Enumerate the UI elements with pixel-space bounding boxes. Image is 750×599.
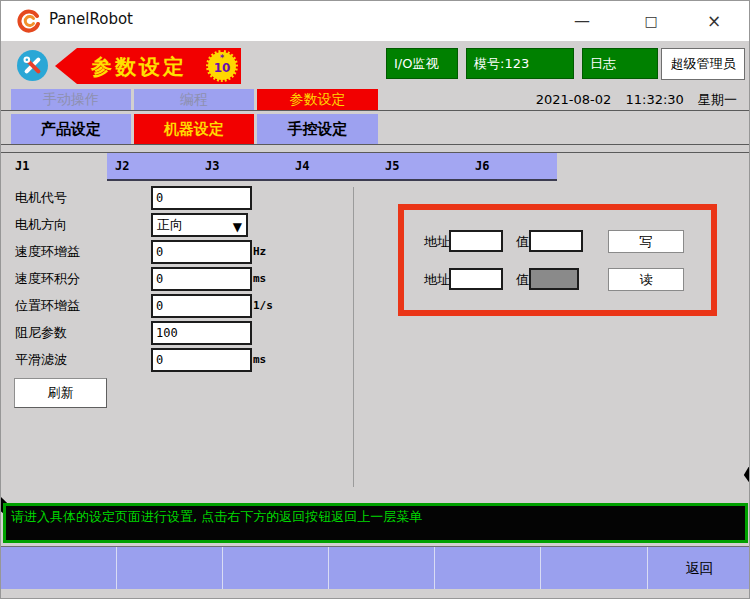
page-number-badge: *10 — [206, 50, 238, 82]
divider-line — [1, 144, 750, 145]
address-label: 地址 — [424, 268, 450, 292]
tab-j3[interactable]: J3 — [197, 153, 287, 181]
tab-j5[interactable]: J5 — [377, 153, 467, 181]
field-label: 平滑滤波 — [15, 348, 67, 372]
tab-manual-operation[interactable]: 手动操作 — [11, 89, 131, 110]
value-label: 值 — [516, 268, 529, 292]
bottom-button-bar: 返回 — [1, 546, 750, 589]
field-label: 电机代号 — [15, 186, 67, 210]
register-panel: 地址 值 写 地址 值 读 — [398, 204, 717, 316]
bottom-bar-cell[interactable] — [222, 547, 328, 589]
settings-tools-icon — [17, 50, 48, 81]
panelrobot-logo-icon — [17, 9, 41, 33]
field-label: 速度环增益 — [15, 240, 80, 264]
write-value-input[interactable] — [529, 230, 583, 252]
value-label: 值 — [516, 230, 529, 254]
tab-manual-control-settings[interactable]: 手控设定 — [257, 114, 378, 144]
log-button[interactable]: 日志 — [582, 48, 658, 79]
status-message: 请进入具体的设定页面进行设置, 点击右下方的返回按钮返回上一层菜单 — [11, 509, 422, 524]
bottom-bar-cell[interactable] — [328, 547, 434, 589]
field-label: 阻尼参数 — [15, 321, 67, 345]
field-unit: Hz — [253, 245, 266, 258]
field-unit: ms — [253, 353, 266, 366]
speed-loop-integral-input[interactable] — [151, 267, 252, 291]
bottom-bar-cell[interactable] — [540, 547, 647, 589]
write-address-input[interactable] — [449, 230, 503, 252]
field-label: 速度环积分 — [15, 267, 80, 291]
chevron-down-icon: ▼ — [233, 217, 242, 237]
tab-j4[interactable]: J4 — [287, 153, 377, 181]
tab-j6[interactable]: J6 — [467, 153, 557, 181]
tab-product-settings[interactable]: 产品设定 — [11, 114, 131, 144]
position-loop-gain-input[interactable] — [151, 294, 252, 318]
damping-parameter-input[interactable] — [151, 321, 252, 345]
bottom-bar-cell[interactable] — [116, 547, 222, 589]
field-label: 位置环增益 — [15, 294, 80, 318]
bottom-bar-cell[interactable] — [1, 547, 116, 589]
read-address-input[interactable] — [449, 268, 503, 290]
close-button[interactable]: × — [701, 8, 727, 34]
datetime-display: 2021-08-02 11:32:30 星期一 — [526, 91, 737, 109]
motor-direction-select[interactable]: 正向 ▼ — [151, 213, 248, 237]
minimize-button[interactable]: — — [569, 8, 595, 34]
weekday-text: 星期一 — [698, 92, 737, 107]
address-label: 地址 — [424, 230, 450, 254]
field-unit: 1/s — [253, 299, 273, 312]
date-text: 2021-08-02 — [536, 92, 612, 107]
title-bar: PanelRobot — □ × — [1, 1, 749, 41]
read-row: 地址 值 读 — [404, 268, 711, 292]
speed-loop-gain-input[interactable] — [151, 240, 252, 264]
tab-parameter-settings[interactable]: 参数设定 — [257, 89, 378, 110]
tab-j1[interactable]: J1 — [1, 153, 107, 181]
refresh-button[interactable]: 刷新 — [14, 378, 107, 408]
vertical-divider — [353, 187, 354, 487]
divider-line — [1, 110, 750, 111]
tab-machine-settings[interactable]: 机器设定 — [134, 114, 254, 144]
read-value-display — [529, 268, 579, 290]
selected-option: 正向 — [157, 217, 183, 232]
io-monitor-button[interactable]: I/O监视 — [386, 48, 458, 79]
write-row: 地址 值 写 — [404, 230, 711, 254]
write-button[interactable]: 写 — [608, 230, 684, 253]
super-admin-button[interactable]: 超级管理员 — [661, 48, 745, 80]
motor-code-input[interactable] — [151, 186, 252, 210]
bottom-bar-cell[interactable] — [434, 547, 540, 589]
time-text: 11:32:30 — [625, 92, 683, 107]
smoothing-filter-input[interactable] — [151, 348, 252, 372]
model-number-button[interactable]: 模号:123 — [466, 48, 574, 79]
window-title: PanelRobot — [49, 10, 133, 28]
read-button[interactable]: 读 — [608, 268, 684, 291]
edge-marker — [743, 463, 750, 485]
field-unit: ms — [253, 272, 266, 285]
back-button[interactable]: 返回 — [647, 547, 750, 589]
tab-j2[interactable]: J2 — [107, 153, 197, 181]
app-window: PanelRobot — □ × 参数设定 *10 I/O监视 模号:123 日… — [0, 0, 750, 599]
field-label: 电机方向 — [15, 213, 67, 237]
status-bar: 请进入具体的设定页面进行设置, 点击右下方的返回按钮返回上一层菜单 — [3, 503, 748, 543]
tab-programming[interactable]: 编程 — [134, 89, 254, 110]
maximize-button[interactable]: □ — [638, 8, 664, 34]
page-title: 参数设定 — [91, 53, 187, 81]
